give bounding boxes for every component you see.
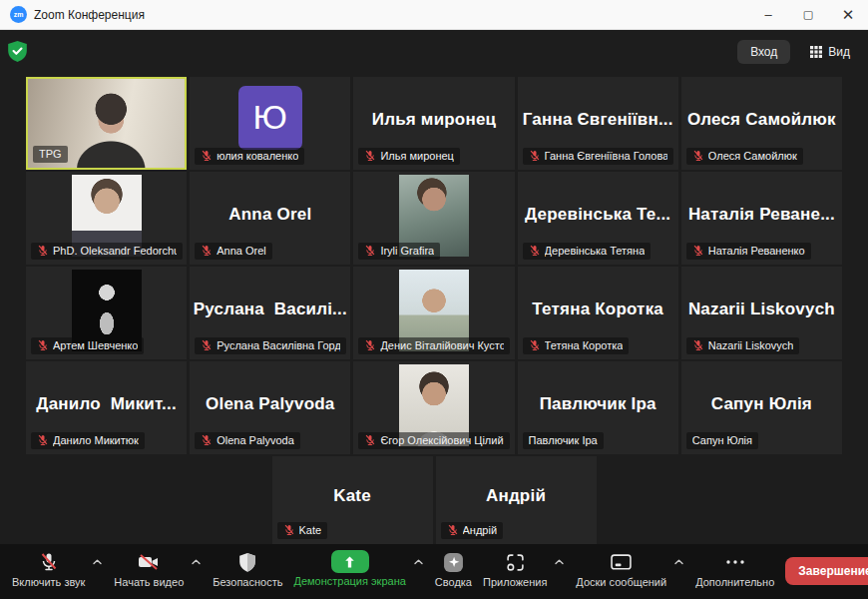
muted-mic-icon [283,524,295,536]
video-muted-icon [137,550,161,574]
whiteboard-icon [611,550,632,574]
toolbar-label: Демонстрация экрана [293,575,405,587]
muted-mic-icon [364,150,376,162]
participant-tile[interactable]: Anna OrelAnna Orel [190,172,350,265]
participant-tile[interactable]: Iryli Grafira [353,172,514,265]
mic-muted-icon [39,550,59,574]
zoom-meeting-window: zm Zoom Конференция – ▢ ✕ Вход Вид TPGЮю… [0,0,868,599]
toolbar-share-screen[interactable]: Демонстрация экрана [293,550,423,588]
close-button[interactable]: ✕ [828,0,868,29]
toolbar-more[interactable]: Дополнительно [695,550,774,588]
toolbar-unmute[interactable]: Включить звук [12,550,103,588]
muted-mic-icon [37,339,49,351]
view-button[interactable]: Вид [804,44,856,60]
muted-mic-icon [529,339,541,351]
participant-tile[interactable]: Nazarii LiskovychNazarii Liskovych [681,267,842,359]
chevron-up-icon[interactable] [554,558,565,566]
participant-tile[interactable]: Тетяна КороткаТетяна Коротка [518,267,678,359]
toolbar-security[interactable]: Безопасность [213,550,282,588]
participant-label: TPG [39,148,62,160]
muted-mic-icon [692,150,704,162]
toolbar-label: Безопасность [213,576,282,588]
participant-label: PhD. Oleksandr Fedorchuk [53,245,177,257]
minimize-button[interactable]: – [748,0,788,29]
name-badge: Ганна Євгеніївна Голованова [523,148,674,165]
zoom-app-icon: zm [10,6,27,23]
participant-name: Olena Palyvoda [200,394,340,414]
muted-mic-icon [201,245,213,257]
participant-label: Денис Віталійович Кустовсь... [380,339,504,351]
name-badge: Kate [277,522,328,539]
os-titlebar: zm Zoom Конференция – ▢ ✕ [0,0,868,30]
chevron-up-icon[interactable] [413,558,424,566]
muted-mic-icon [201,434,213,446]
maximize-button[interactable]: ▢ [788,0,828,29]
end-meeting-button[interactable]: Завершение [785,557,868,585]
muted-mic-icon [447,524,459,536]
name-badge: юлия коваленко [195,148,304,165]
grid-view-icon [810,46,822,58]
participant-tile[interactable]: Денис Віталійович Кустовсь... [353,267,514,359]
toolbar-apps[interactable]: Приложения [483,550,565,588]
participant-label: Сапун Юлія [692,434,752,446]
muted-mic-icon [692,339,704,351]
video-grid-overflow-row: KateKateАндрійАндрій [0,456,868,544]
participant-tile[interactable]: Илья миронецИлья миронец [353,77,514,170]
toolbar-whiteboards[interactable]: Доски сообщений [576,550,684,588]
participant-tile[interactable]: Сапун ЮліяСапун Юлія [681,361,842,454]
meeting-toolbar: Включить звукНачать видеоБезопасностьДем… [0,544,868,599]
participant-tile[interactable]: Наталія Реване...Наталія Реваненко [681,172,842,265]
participant-tile[interactable]: Павлючик ІраПавлючик Іра [518,361,678,454]
participant-label: Руслана Василівна Гордійчук [217,339,340,351]
toolbar-summary[interactable]: Сводка [435,550,472,588]
name-badge: PhD. Oleksandr Fedorchuk [31,243,183,260]
participant-tile[interactable]: Руслана Василі...Руслана Василівна Горді… [190,267,350,359]
apps-icon [506,550,525,574]
summary-icon [443,550,464,574]
participant-tile[interactable]: TPG [26,77,187,170]
participant-label: Илья миронец [380,150,454,162]
participant-tile[interactable]: Артем Шевченко [26,267,187,359]
name-badge: Павлючик Іра [523,432,604,449]
video-grid: TPGЮюлия коваленкоИлья миронецИлья мирон… [26,77,842,454]
participant-name: Anna Orel [222,205,317,225]
participant-tile[interactable]: Єгор Олексійович Цілий [353,361,514,454]
name-badge: Денис Віталійович Кустовсь... [358,337,510,354]
participant-label: Ганна Євгеніївна Голованова [545,150,668,162]
name-badge: Данило Микитюк [31,432,145,449]
toolbar-label: Приложения [483,576,547,588]
name-badge: Єгор Олексійович Цілий [358,432,509,449]
participant-tile[interactable]: Данило Микит...Данило Микитюк [26,361,187,454]
participant-name: Павлючик Іра [534,394,662,414]
participant-name: Kate [327,486,377,506]
muted-mic-icon [37,245,49,257]
participant-tile[interactable]: KateKate [272,456,433,544]
participant-tile[interactable]: Ююлия коваленко [190,77,350,170]
toolbar-items: Включить звукНачать видеоБезопасностьДем… [12,550,774,588]
chevron-up-icon[interactable] [191,558,202,566]
security-verified-icon[interactable] [8,41,27,62]
participant-tile[interactable]: АндрійАндрій [436,456,597,544]
muted-mic-icon [529,150,541,162]
participant-label: Артем Шевченко [53,339,138,351]
participant-tile[interactable]: Olena PalyvodaOlena Palyvoda [190,361,350,454]
participant-label: Єгор Олексійович Цілий [380,434,503,446]
participant-label: Тетяна Коротка [545,339,624,351]
participant-name: Олеся Самойлюк [681,110,842,130]
chevron-up-icon[interactable] [673,558,684,566]
chevron-up-icon[interactable] [92,558,103,566]
participant-label: Anna Orel [217,245,266,257]
muted-mic-icon [529,245,541,257]
participant-tile[interactable]: Деревінська Те...Деревінська Тетяна [518,172,678,265]
sign-in-button[interactable]: Вход [737,40,790,64]
participant-tile[interactable]: Олеся СамойлюкОлеся Самойлюк [681,77,842,170]
participant-tile[interactable]: Ганна Євгеніївн...Ганна Євгеніївна Голов… [518,77,678,170]
toolbar-start-video[interactable]: Начать видео [114,550,202,588]
participant-label: Андрій [463,524,498,536]
name-badge: Илья миронец [358,148,460,165]
name-badge: Андрій [441,522,504,539]
participant-name: Ганна Євгеніївн... [518,110,678,130]
participant-label: Nazarii Liskovych [708,339,794,351]
name-badge: Олеся Самойлюк [686,148,803,165]
participant-tile[interactable]: PhD. Oleksandr Fedorchuk [26,172,187,265]
